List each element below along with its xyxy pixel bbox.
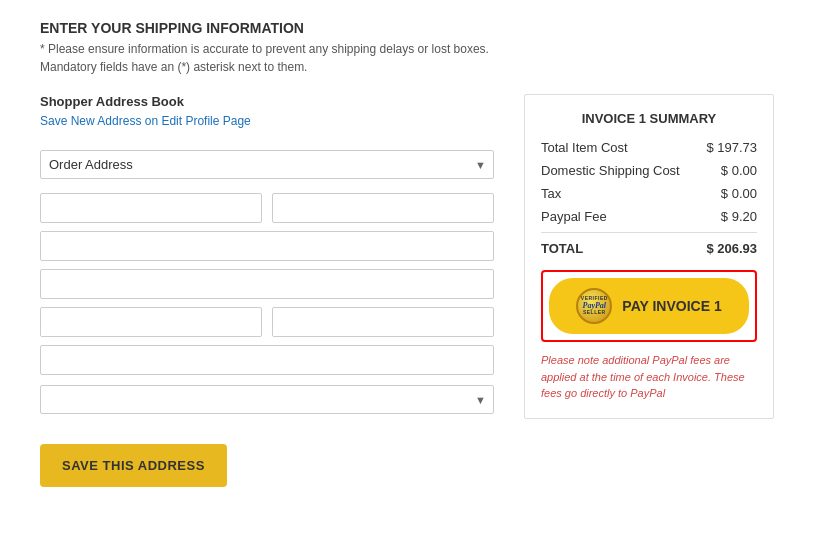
last-name-input[interactable] — [272, 193, 494, 223]
invoice-title: INVOICE 1 SUMMARY — [541, 111, 757, 126]
invoice-label-paypal-fee: Paypal Fee — [541, 209, 607, 224]
invoice-row-total: TOTAL $ 206.93 — [541, 232, 757, 256]
order-address-select[interactable]: Order Address — [40, 150, 494, 179]
invoice-row-paypal-fee: Paypal Fee $ 9.20 — [541, 209, 757, 224]
subtitle-line1: * Please ensure information is accurate … — [40, 42, 774, 56]
city-input[interactable] — [40, 307, 262, 337]
order-address-select-wrapper: Order Address ▼ — [40, 150, 494, 179]
first-name-input[interactable] — [40, 193, 262, 223]
shopper-address-label: Shopper Address Book — [40, 94, 494, 109]
invoice-row-shipping: Domestic Shipping Cost $ 0.00 — [541, 163, 757, 178]
paypal-button-wrapper: VERIFIED PayPal SELLER PAY INVOICE 1 — [541, 270, 757, 342]
pay-invoice-button[interactable]: VERIFIED PayPal SELLER PAY INVOICE 1 — [549, 278, 749, 334]
invoice-row-item-cost: Total Item Cost $ 197.73 — [541, 140, 757, 155]
name-row — [40, 193, 494, 223]
invoice-value-tax: $ 0.00 — [721, 186, 757, 201]
save-address-button[interactable]: SAVE THIS ADDRESS — [40, 444, 227, 487]
invoice-value-item-cost: $ 197.73 — [706, 140, 757, 155]
country-select-wrapper: ▼ — [40, 385, 494, 414]
country-select[interactable] — [40, 385, 494, 414]
page-title: ENTER YOUR SHIPPING INFORMATION — [40, 20, 774, 36]
subtitle-line2: Mandatory fields have an (*) asterisk ne… — [40, 60, 774, 74]
address-line1-input[interactable] — [40, 231, 494, 261]
invoice-value-shipping: $ 0.00 — [721, 163, 757, 178]
invoice-box: INVOICE 1 SUMMARY Total Item Cost $ 197.… — [524, 94, 774, 419]
invoice-label-total: TOTAL — [541, 241, 583, 256]
right-panel: INVOICE 1 SUMMARY Total Item Cost $ 197.… — [524, 94, 774, 419]
invoice-row-tax: Tax $ 0.00 — [541, 186, 757, 201]
paypal-logo: VERIFIED PayPal SELLER — [576, 288, 612, 324]
save-new-address-link[interactable]: Save New Address on Edit Profile Page — [40, 114, 251, 128]
left-panel: Shopper Address Book Save New Address on… — [40, 94, 494, 487]
state-input[interactable] — [272, 307, 494, 337]
invoice-note: Please note additional PayPal fees are a… — [541, 352, 757, 402]
city-state-row — [40, 307, 494, 337]
paypal-circle-icon: VERIFIED PayPal SELLER — [576, 288, 612, 324]
invoice-label-shipping: Domestic Shipping Cost — [541, 163, 680, 178]
zip-input[interactable] — [40, 345, 494, 375]
invoice-label-tax: Tax — [541, 186, 561, 201]
invoice-value-total: $ 206.93 — [706, 241, 757, 256]
seller-text: SELLER — [583, 310, 606, 316]
pay-invoice-label: PAY INVOICE 1 — [622, 298, 721, 314]
invoice-label-item-cost: Total Item Cost — [541, 140, 628, 155]
invoice-value-paypal-fee: $ 9.20 — [721, 209, 757, 224]
address-line2-input[interactable] — [40, 269, 494, 299]
